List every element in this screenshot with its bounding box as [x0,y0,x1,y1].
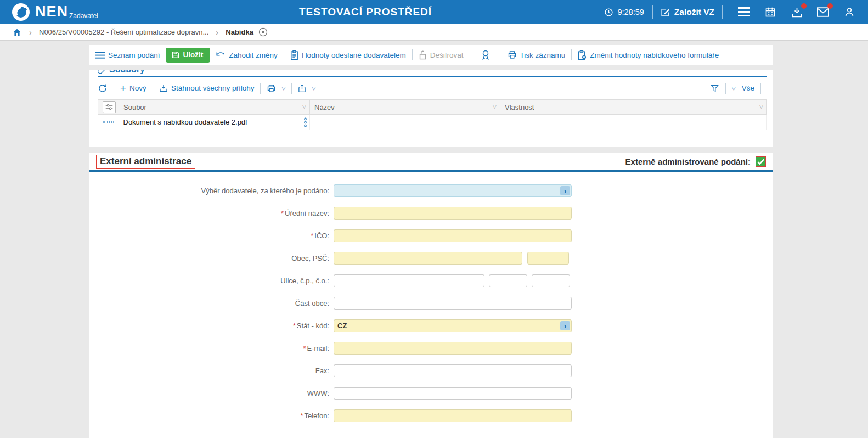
user-profile-button[interactable] [843,5,856,19]
header-actions: 9:28:59 Založit VZ [604,0,863,24]
field-label: *Telefon: [89,412,334,420]
downloads-badge [801,3,807,9]
create-vz-button[interactable]: Založit VZ [661,7,714,17]
filter-triangle-icon[interactable]: ▽ [302,104,306,109]
divider [652,5,653,19]
funnel-icon [710,84,719,93]
email-input[interactable] [334,342,572,355]
supplier-values-button[interactable]: Hodnoty odeslané dodavatelem [290,50,406,60]
change-form-values-button[interactable]: Změnit hodnoty nabídkového formuláře [578,50,719,60]
column-settings-icon[interactable] [103,101,116,113]
breadcrumb-item-current[interactable]: Nabídka [226,28,253,36]
brand[interactable]: NEN Zadavatel [11,2,98,22]
column-chooser-cell [98,100,119,115]
filter-triangle-icon[interactable]: ▽ [759,104,763,109]
attachment-icon [98,70,106,74]
files-table-header-row: Soubor▽ Název▽ Vlastnost▽ [98,100,767,115]
field-uredni-nazev: *Úřední název: [89,207,773,220]
messages-button[interactable] [816,5,830,19]
record-toolbar: Seznam podání Uložit Zahodit změny Hodno… [89,45,773,65]
seznam-podani-button[interactable]: Seznam podání [95,51,160,59]
field-cast-obce: Část obce: [89,297,773,310]
breadcrumb-item-procurement[interactable]: N006/25/V00005292 - Řešení optimalizace … [39,28,208,36]
supplier-select-input[interactable] [334,184,572,197]
new-file-button[interactable]: + Nový [120,84,146,92]
street-input[interactable] [334,274,484,287]
certificate-button[interactable] [481,50,490,60]
row-options-icon[interactable] [103,121,115,123]
table-row[interactable]: Dokument s nabídkou dodavatele 2.pdf [98,115,767,130]
filter-button[interactable] [710,84,719,93]
column-header-soubor[interactable]: Soubor▽ [119,100,310,115]
kebab-menu-icon[interactable] [303,117,307,127]
field-label: Obec, PSČ: [89,254,334,262]
column-header-nazev[interactable]: Název▽ [310,100,500,115]
field-www: WWW: [89,387,773,400]
download-all-attachments-button[interactable]: Stáhnout všechny přílohy [159,84,255,93]
ico-input[interactable] [334,229,572,242]
divider [322,83,322,94]
close-tab-icon[interactable] [258,27,268,37]
home-icon[interactable] [12,27,22,37]
column-header-vlastnost[interactable]: Vlastnost▽ [500,100,767,115]
divider [725,49,725,60]
files-panel: Soubory + Nový Stáhnout všechny přílohy … [89,70,773,147]
external-administration-panel: Externí administrace Externě administrov… [89,153,773,438]
breadcrumb-separator: › [29,27,32,37]
brand-role: Zadavatel [69,12,98,20]
field-label: WWW: [89,389,334,397]
calendar-button[interactable] [764,5,777,19]
house-number-input[interactable] [489,274,527,287]
ext-admin-checkbox[interactable] [756,156,766,167]
field-telefon: *Telefon: [89,409,773,422]
print-menu-button[interactable]: ▽ [267,84,285,93]
city-input[interactable] [334,252,522,265]
field-label: Fax: [89,367,334,375]
discard-changes-button[interactable]: Zahodit změny [216,51,278,59]
phone-input[interactable] [334,409,572,422]
www-input[interactable] [334,387,572,400]
files-section-title: Soubory [109,70,145,75]
divider [501,49,501,60]
divider [722,5,723,19]
orientation-number-input[interactable] [532,274,570,287]
fax-input[interactable] [334,364,572,377]
cell-soubor[interactable]: Dokument s nabídkou dodavatele 2.pdf [119,115,310,130]
export-icon [298,84,306,93]
city-part-input[interactable] [334,297,572,310]
save-button[interactable]: Uložit [166,48,211,63]
cell-vlastnost[interactable] [500,115,767,130]
export-menu-button[interactable]: ▽ [298,84,315,93]
required-marker: * [311,232,313,240]
divider [470,49,470,60]
lock-open-icon [419,50,427,60]
decrypt-button[interactable]: Dešifrovat [419,50,464,60]
filter-triangle-icon[interactable]: ▽ [493,104,497,109]
clock-icon [604,8,613,17]
section-title: Externí administrace [96,155,195,169]
main-menu-button[interactable] [737,5,751,19]
downloads-button[interactable] [790,5,803,19]
field-label: *IČO: [89,232,334,240]
field-label: Část obce: [89,299,334,307]
cell-nazev[interactable] [310,115,500,130]
zip-input[interactable] [527,252,569,265]
row-actions-cell[interactable] [98,115,119,130]
divider [760,83,761,94]
country-code-input[interactable] [334,319,572,332]
lookup-chevron-icon[interactable]: › [560,186,570,195]
required-marker: * [303,344,306,352]
field-label: *Stát - kód: [89,322,334,330]
ext-admin-label: Externě administrované podání: [625,157,751,166]
refresh-button[interactable] [98,83,108,93]
official-name-input[interactable] [334,207,572,220]
divider [260,83,261,94]
form-header: Externí administrace Externě administrov… [89,153,773,170]
lookup-chevron-icon[interactable]: › [560,321,570,330]
list-icon [95,52,105,59]
field-label: *Úřední název: [89,209,334,217]
hamburger-icon [738,7,750,17]
print-record-button[interactable]: Tisk záznamu [508,50,566,59]
dropdown-triangle-icon: ▽ [732,86,736,91]
show-all-filter-button[interactable]: ▽ Vše [732,84,754,92]
